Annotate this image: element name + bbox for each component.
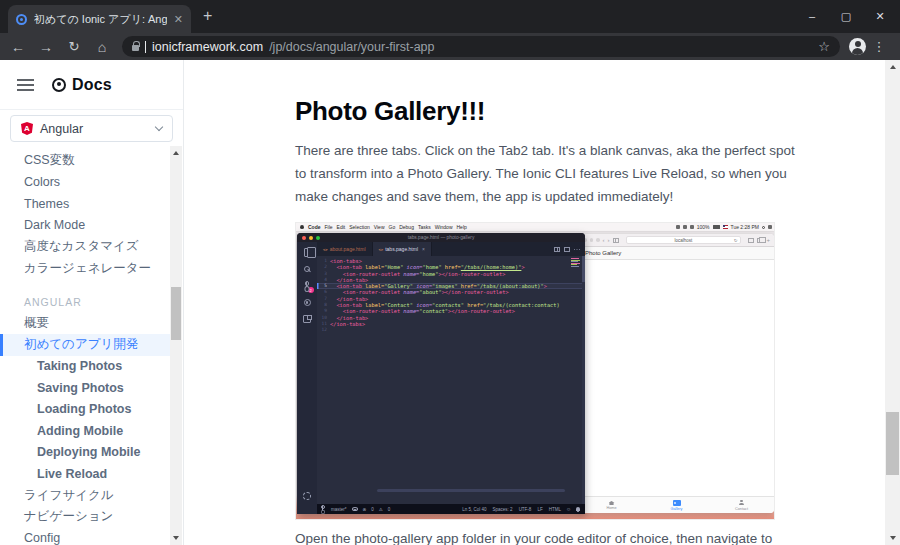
tab-title: 初めての Ionic アプリ: Angular - Ion xyxy=(34,12,167,27)
vscode-editor-tabs: <>about.page.html<>tabs.page.html× xyxy=(317,242,585,256)
intro-paragraph: There are three tabs. Click on the Tab2 … xyxy=(295,139,795,208)
vscode-titlebar: tabs.page.html — photo-gallery xyxy=(297,233,585,242)
docs-logo[interactable]: Docs xyxy=(52,76,112,94)
mac-menu-item: Help xyxy=(457,224,467,230)
tab-close-icon[interactable]: ✕ xyxy=(174,13,183,26)
sidebar-nav: CSS変数ColorsThemesDark Mode高度なカスタマイズカラージェ… xyxy=(0,150,171,545)
hamburger-menu-icon[interactable] xyxy=(17,79,34,81)
scroll-up-button[interactable] xyxy=(170,146,182,160)
scroll-down-icon xyxy=(173,536,179,540)
close-tab-icon: × xyxy=(422,246,425,252)
ionic-favicon-icon xyxy=(16,14,27,25)
safari-sidebar-icon xyxy=(613,238,619,243)
sidebar-item[interactable]: Loading Photos xyxy=(0,399,171,421)
bottom-paragraph: Open the photo-gallery app folder in you… xyxy=(295,531,815,545)
mac-menubar: Code FileEditSelectionViewGoDebugTasksWi… xyxy=(296,223,775,232)
new-tab-button[interactable]: + xyxy=(203,7,212,25)
forward-icon[interactable]: → xyxy=(32,39,60,55)
url-bar[interactable]: ionicframework.com /jp/docs/angular/your… xyxy=(122,36,840,57)
window-maximize-button[interactable]: ▢ xyxy=(832,4,860,28)
sidebar-section-label: ANGULAR xyxy=(0,291,171,313)
window-close-button[interactable]: ✕ xyxy=(866,4,894,28)
apple-logo-icon xyxy=(300,225,304,229)
sidebar-item[interactable]: 高度なカスタマイズ xyxy=(0,236,171,258)
page-scroll-thumb[interactable] xyxy=(886,412,899,475)
battery-icon xyxy=(713,225,720,229)
sidebar-item[interactable]: Live Reload xyxy=(0,463,171,485)
framework-select[interactable]: A Angular xyxy=(10,115,173,142)
split-editor-icon xyxy=(554,247,560,252)
eye-icon xyxy=(352,507,358,511)
status-item: Ln 5, Col 40 xyxy=(462,507,486,512)
error-count: 0 xyxy=(371,507,374,512)
profile-avatar[interactable] xyxy=(849,38,866,55)
page-scrollbar[interactable] xyxy=(885,60,900,545)
mac-menu-item: File xyxy=(325,224,333,230)
editor-scrollbar xyxy=(582,256,585,504)
angular-logo-icon: A xyxy=(21,122,33,135)
window-minimize-button[interactable]: – xyxy=(798,4,826,28)
git-branch-name: master* xyxy=(331,507,347,512)
volume-icon xyxy=(690,225,694,229)
sidebar-scroll-thumb[interactable] xyxy=(171,287,181,340)
safari-address-text: localhost xyxy=(675,238,693,243)
sidebar-item[interactable]: 概要 xyxy=(0,313,171,335)
safari-forward-icon: › xyxy=(608,237,610,243)
sidebar-item[interactable]: Deploying Mobile xyxy=(0,442,171,464)
mac-status-area: 100% Tue 2:28 PM xyxy=(676,224,772,230)
line-text xyxy=(330,327,585,333)
bookmark-star-icon[interactable]: ☆ xyxy=(818,39,830,54)
scroll-down-button[interactable] xyxy=(170,531,182,545)
docs-logo-label: Docs xyxy=(72,76,112,94)
status-right-items: Ln 5, Col 40Spaces: 2UTF-8LFHTML xyxy=(462,507,561,512)
warning-count: 0 xyxy=(388,507,391,512)
docs-sidebar: Docs A Angular CSS変数ColorsThemesDark Mod… xyxy=(0,60,184,545)
sidebar-item[interactable]: 初めてのアプリ開発 xyxy=(0,334,171,356)
app-tab-label: Home xyxy=(606,506,616,510)
sidebar-item[interactable]: Dark Mode xyxy=(0,215,171,237)
reload-icon[interactable]: ↻ xyxy=(60,39,88,54)
page-scroll-down-button[interactable] xyxy=(885,531,900,545)
app-tab-gallery: Gallery xyxy=(644,497,709,513)
minimap xyxy=(571,258,581,268)
safari-tabs-icon xyxy=(757,238,763,243)
vscode-window: tabs.page.html — photo-gallery 2 <>about… xyxy=(297,233,585,514)
gallery-icon xyxy=(673,500,681,506)
url-path: /jp/docs/angular/your-first-app xyxy=(269,40,812,54)
page-title: Photo Gallery!!! xyxy=(295,96,485,127)
sidebar-item[interactable]: Taking Photos xyxy=(0,356,171,378)
error-icon: ⊗ xyxy=(363,507,367,512)
sidebar-item[interactable]: ナビゲーション xyxy=(0,506,171,528)
sidebar-item[interactable]: ライフサイクル xyxy=(0,485,171,507)
mac-menu-item: Edit xyxy=(337,224,346,230)
sidebar-item[interactable]: CSS変数 xyxy=(0,150,171,172)
sidebar-item[interactable]: Colors xyxy=(0,172,171,194)
warning-icon: ⚠ xyxy=(379,507,383,512)
extensions-icon xyxy=(303,315,311,323)
app-blank-canvas xyxy=(579,260,774,496)
sidebar-item[interactable]: カラージェネレーター xyxy=(0,258,171,280)
editor-horizontal-scrollbar xyxy=(377,489,565,492)
settings-gear-icon xyxy=(303,492,311,500)
mac-menu-item: Go xyxy=(389,224,396,230)
mac-menu-item: Window xyxy=(435,224,453,230)
sidebar-item[interactable]: Saving Photos xyxy=(0,377,171,399)
app-tab-label: Contact xyxy=(735,507,748,511)
search-icon xyxy=(304,266,310,272)
mac-menu-item: Selection xyxy=(349,224,370,230)
sidebar-item[interactable]: Config xyxy=(0,528,171,545)
main-content: Photo Gallery!!! There are three tabs. C… xyxy=(184,60,885,545)
sidebar-item[interactable]: Themes xyxy=(0,193,171,215)
app-tab-contact: Contact xyxy=(709,497,774,513)
screenshot-image: Code FileEditSelectionViewGoDebugTasksWi… xyxy=(295,222,775,520)
browser-tab[interactable]: 初めての Ionic アプリ: Angular - Ion ✕ xyxy=(8,5,191,33)
sidebar-scrollbar[interactable] xyxy=(170,146,182,545)
home-icon[interactable]: ⌂ xyxy=(88,39,116,55)
back-icon[interactable]: ← xyxy=(4,39,32,55)
page-scroll-up-button[interactable] xyxy=(885,60,900,74)
safari-reload-icon: ↻ xyxy=(734,238,738,243)
safari-toolbar: ‹ › localhost ↻ + xyxy=(579,234,774,247)
sidebar-item[interactable]: Adding Mobile xyxy=(0,420,171,442)
open-preview-icon xyxy=(564,247,570,252)
browser-menu-icon[interactable]: ⋮ xyxy=(866,39,892,54)
